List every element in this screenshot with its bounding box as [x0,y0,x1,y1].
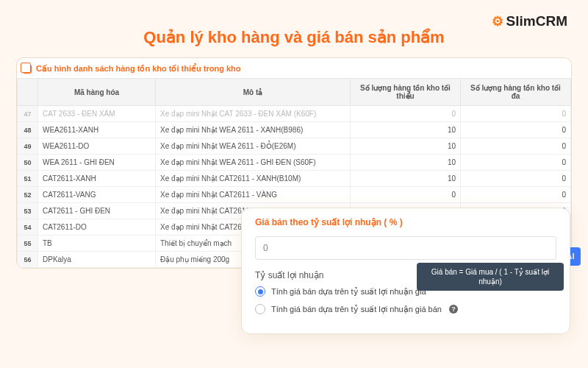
cell-code[interactable]: DPKalya [38,252,156,268]
cell-max[interactable]: 0 [461,122,571,138]
table-row[interactable]: 52CAT2611-VANGXe đạp mini Nhật CAT2611 -… [18,187,571,203]
row-index: 47 [18,106,38,122]
cell-min[interactable]: 10 [351,155,461,171]
row-index: 55 [18,236,38,252]
col-max: Số lượng hàng tồn kho tối đa [461,79,571,106]
radio-unselected-icon [255,304,265,314]
cell-max[interactable]: 0 [461,155,571,171]
cell-max[interactable]: 0 [461,138,571,155]
panel-title: Cấu hình danh sách hàng tồn kho tối thiể… [36,64,241,74]
brand-logo: ⚙ SlimCRM [492,13,567,29]
profit-margin-modal: Giá bán theo tỷ suất lợi nhuận ( % ) Tỷ … [241,208,570,334]
cell-code[interactable]: CAT2611 - GHI ĐEN [38,203,156,219]
cell-max[interactable]: 0 [461,171,571,187]
col-min: Số lượng hàng tồn kho tối thiểu [351,79,461,106]
radio-option-sale-margin[interactable]: Tính giá bán dựa trên tỷ suất lợi nhuận … [255,304,556,314]
row-index: 51 [18,171,38,187]
cell-min[interactable]: 10 [351,122,461,138]
margin-input[interactable] [255,236,556,260]
cell-code[interactable]: WEA2611-XANH [38,122,156,138]
col-desc: Mô tả [156,79,351,106]
cell-code[interactable]: CAT2611-VANG [38,187,156,203]
cell-max[interactable]: 0 [461,106,571,122]
modal-title: Giá bán theo tỷ suất lợi nhuận ( % ) [255,217,556,227]
row-index: 54 [18,219,38,236]
table-row[interactable]: 49WEA2611-DOXe đạp mini Nhật WEA 2611 - … [18,138,571,155]
cell-code[interactable]: CAT 2633 - ĐEN XÁM [38,106,156,122]
col-code: Mã hàng hóa [38,79,156,106]
row-index: 53 [18,203,38,219]
cell-desc[interactable]: Xe đạp mini Nhật WEA 2611 - XANH(B986) [156,122,351,138]
cell-code[interactable]: WEA 2611 - GHI ĐEN [38,155,156,171]
row-index: 50 [18,155,38,171]
cell-desc[interactable]: Xe đạp mini Nhật CAT2611 - VÀNG [156,187,351,203]
cell-code[interactable]: CAT2611-DO [38,219,156,236]
cell-desc[interactable]: Xe đạp mini Nhật CAT 2633 - ĐEN XÁM (K60… [156,106,351,122]
row-index: 48 [18,122,38,138]
panel-header: Cấu hình danh sách hàng tồn kho tối thiể… [17,58,571,78]
cell-min[interactable]: 10 [351,171,461,187]
gear-icon: ⚙ [492,13,503,29]
cell-desc[interactable]: Xe đạp mini Nhật CAT2611 - XANH(B10M) [156,171,351,187]
cell-code[interactable]: TB [38,236,156,252]
table-row[interactable]: 51CAT2611-XANHXe đạp mini Nhật CAT2611 -… [18,171,571,187]
row-index: 52 [18,187,38,203]
table-row[interactable]: 48WEA2611-XANHXe đạp mini Nhật WEA 2611 … [18,122,571,138]
radio-option-cost-margin[interactable]: Tính giá bán dựa trên tỷ suất lợi nhuận … [255,286,556,297]
cell-min[interactable]: 10 [351,138,461,155]
cell-code[interactable]: WEA2611-DO [38,138,156,155]
radio-selected-icon [255,286,265,297]
copy-icon [23,65,32,74]
cell-desc[interactable]: Xe đạp mini Nhật WEA 2611 - ĐỎ(E26M) [156,138,351,155]
table-row[interactable]: 47CAT 2633 - ĐEN XÁMXe đạp mini Nhật CAT… [18,106,571,122]
help-icon[interactable]: ? [449,305,458,314]
cell-code[interactable]: CAT2611-XANH [38,171,156,187]
row-index: 49 [18,138,38,155]
formula-tooltip: Giá bán = Giá mua / ( 1 - Tỷ suất lợi nh… [417,263,564,291]
row-index: 56 [18,252,38,268]
cell-min[interactable]: 0 [351,187,461,203]
cell-max[interactable]: 0 [461,187,571,203]
radio-label: Tính giá bán dựa trên tỷ suất lợi nhuận … [271,305,442,314]
cell-min[interactable]: 0 [351,106,461,122]
cell-desc[interactable]: Xe đạp mini Nhật WEA 2611 - GHI ĐEN (S60… [156,155,351,171]
radio-label: Tính giá bán dựa trên tỷ suất lợi nhuận … [271,287,426,297]
table-row[interactable]: 50WEA 2611 - GHI ĐENXe đạp mini Nhật WEA… [18,155,571,171]
